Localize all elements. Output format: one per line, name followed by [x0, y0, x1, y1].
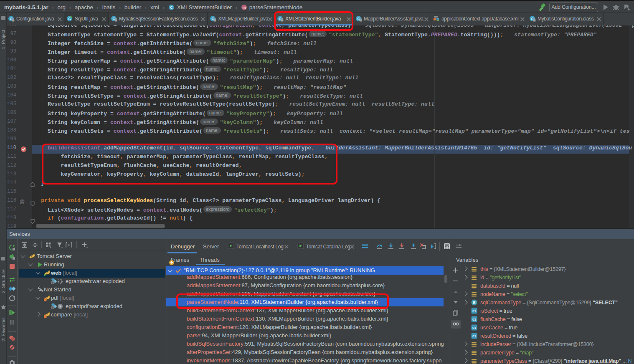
svg-text:m: m — [242, 5, 246, 10]
svg-text:01: 01 — [472, 309, 476, 313]
svg-text:E: E — [473, 301, 475, 305]
svg-text:01: 01 — [472, 318, 476, 321]
svg-text:01: 01 — [472, 326, 476, 330]
svg-text:01: 01 — [472, 334, 476, 338]
svg-text:C: C — [170, 5, 173, 10]
